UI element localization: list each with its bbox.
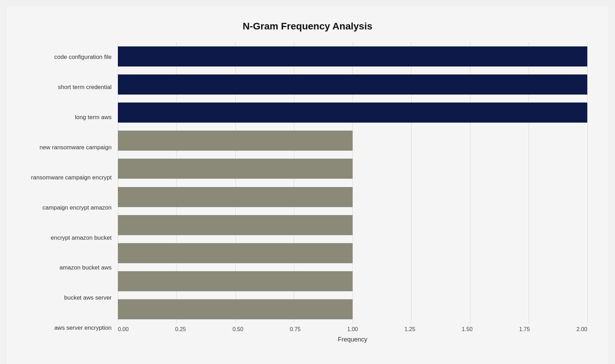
x-tick: 1.75 <box>519 326 530 332</box>
bar <box>118 187 353 207</box>
bar-row <box>118 185 587 210</box>
bar <box>118 103 587 123</box>
x-tick: 1.00 <box>347 326 358 332</box>
y-label: code configuration file <box>54 54 112 61</box>
bar <box>118 74 587 95</box>
grid-line <box>587 42 588 323</box>
chart-title: N-Gram Frequency Analysis <box>243 21 372 32</box>
bars-wrapper <box>118 42 587 323</box>
y-label: aws server encryption <box>54 325 112 331</box>
x-tick: 0.25 <box>175 326 186 332</box>
x-tick: 1.25 <box>405 326 415 332</box>
bar <box>118 131 353 151</box>
bar <box>118 271 353 291</box>
x-tick: 1.50 <box>462 326 473 332</box>
bar-row <box>118 269 587 294</box>
x-tick: 0.75 <box>290 326 301 332</box>
y-label: long term aws <box>75 114 112 121</box>
bar <box>118 243 353 263</box>
bar-row <box>118 44 587 69</box>
bar-row <box>118 297 587 322</box>
y-label: amazon bucket aws <box>60 264 112 271</box>
bar-row <box>118 156 587 181</box>
chart-container: N-Gram Frequency Analysis code configura… <box>7 7 608 364</box>
y-label: bucket aws server <box>64 294 112 301</box>
x-axis: 0.000.250.500.751.001.251.501.752.00 <box>118 326 587 332</box>
bar-row <box>118 213 587 238</box>
bar-row <box>118 241 587 266</box>
y-label: ransomware campaign encrypt <box>31 174 112 181</box>
y-labels: code configuration fileshort term creden… <box>28 42 118 343</box>
y-label: encrypt amazon bucket <box>51 234 112 241</box>
x-tick: 0.50 <box>233 326 243 332</box>
plot-area: 0.000.250.500.751.001.251.501.752.00 Fre… <box>118 42 587 343</box>
y-label: campaign encrypt amazon <box>43 204 112 211</box>
chart-area: code configuration fileshort term creden… <box>28 42 587 343</box>
bar <box>118 215 353 235</box>
bar-row <box>118 100 587 125</box>
x-tick: 0.00 <box>118 326 129 332</box>
y-label: short term credential <box>58 84 112 91</box>
x-axis-label: Frequency <box>118 336 587 343</box>
y-label: new ransomware campaign <box>40 144 112 151</box>
bar-row <box>118 72 587 97</box>
bar-row <box>118 128 587 153</box>
bar <box>118 46 587 66</box>
bar <box>118 299 353 319</box>
bar <box>118 159 353 179</box>
x-tick: 2.00 <box>577 326 587 332</box>
